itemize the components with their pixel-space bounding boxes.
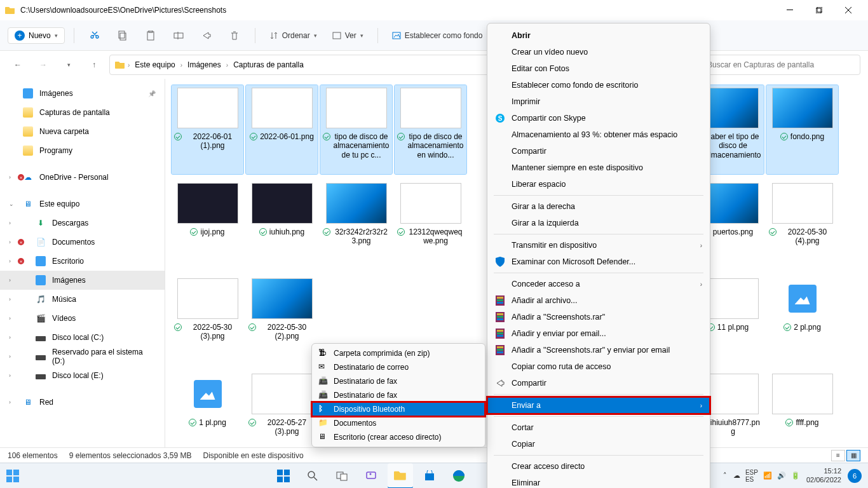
chat-button[interactable]	[358, 463, 384, 489]
sidebar-item-disk-e[interactable]: ›Disco local (E:)	[0, 366, 165, 385]
search-button[interactable]	[300, 463, 325, 489]
menu-item[interactable]: Copiar	[487, 436, 710, 452]
delete-button[interactable]	[223, 24, 246, 47]
new-button[interactable]: + Nuevo ▾	[8, 27, 65, 44]
sidebar-item-programy[interactable]: Programy	[0, 141, 165, 160]
breadcrumb[interactable]: Este equipo	[132, 59, 177, 71]
sidebar-item-network[interactable]: ›🖥Red	[0, 393, 165, 412]
menu-item[interactable]: Almacenamiento al 93 %: obtener más espa…	[487, 126, 710, 143]
menu-item[interactable]: Editar con Fotos	[487, 60, 710, 77]
sidebar-item-onedrive[interactable]: ›×☁OneDrive - Personal	[0, 168, 165, 187]
sidebar-item-videos[interactable]: ›🎬Vídeos	[0, 309, 165, 328]
menu-item[interactable]: Girar a la izquierda	[487, 215, 710, 231]
tray-chevron-icon[interactable]: ˄	[723, 471, 727, 480]
search-input[interactable]	[707, 60, 855, 69]
sidebar-item-disk-c[interactable]: ›Disco local (C:)	[0, 328, 165, 347]
menu-item[interactable]: Compartir	[487, 375, 710, 391]
sidebar-item-newfolder[interactable]: Nueva carpeta	[0, 122, 165, 141]
clock[interactable]: 15:12 02/06/2022	[806, 467, 841, 484]
sidebar-item-downloads[interactable]: ›⬇Descargas	[0, 214, 165, 233]
submenu-item[interactable]: 📠Destinatario de fax	[312, 374, 485, 388]
file-item[interactable]: iuhiuh.png	[246, 180, 318, 269]
menu-item[interactable]: Añadir a "Screenshots.rar"	[487, 309, 710, 325]
sidebar-item-images[interactable]: ›Imágenes	[0, 271, 165, 290]
task-view-button[interactable]	[329, 463, 355, 489]
submenu-item[interactable]: 🖥Escritorio (crear acceso directo)	[312, 430, 485, 444]
file-item[interactable]: 2022-05-30 (3).png	[172, 276, 243, 365]
edge-button[interactable]	[446, 463, 471, 489]
file-item[interactable]: 2022-05-30 (4).png	[766, 180, 838, 269]
submenu-item[interactable]: ✉Destinatario de correo	[312, 360, 485, 374]
cut-button[interactable]	[83, 24, 106, 47]
menu-item[interactable]: Mantener siempre en este dispositivo	[487, 159, 710, 176]
paste-button[interactable]	[139, 24, 162, 47]
file-item[interactable]: 12312qweqweqwe.png	[395, 180, 466, 269]
menu-item[interactable]: Abrir	[487, 27, 710, 44]
onedrive-tray-icon[interactable]: ☁	[733, 471, 740, 480]
battery-icon[interactable]: 🔋	[791, 471, 800, 480]
file-item[interactable]: tipo de disco de almacenamiento en windo…	[395, 85, 466, 174]
menu-item[interactable]: Cortar	[487, 419, 710, 436]
language-indicator[interactable]: ESPES	[745, 469, 758, 483]
search-box[interactable]	[702, 55, 860, 75]
sidebar-item-music[interactable]: ›🎵Música	[0, 290, 165, 309]
file-item[interactable]: fondo.png	[766, 85, 838, 174]
menu-item[interactable]: Transmitir en dispositivo›	[487, 237, 710, 254]
start-button[interactable]	[271, 463, 296, 489]
file-item[interactable]: 2 pl.png	[766, 276, 838, 365]
sidebar-item-screenshots[interactable]: Capturas de pantalla	[0, 103, 165, 122]
file-item[interactable]: 2022-05-30 (2).png	[246, 276, 318, 365]
breadcrumb[interactable]: Imágenes	[185, 59, 224, 71]
close-button[interactable]	[834, 0, 863, 20]
submenu-item[interactable]: ᛒDispositivo Bluetooth	[312, 402, 485, 416]
copy-button[interactable]	[111, 24, 134, 47]
forward-button[interactable]: →	[33, 55, 53, 75]
breadcrumb[interactable]: Capturas de pantalla	[231, 59, 306, 71]
menu-item[interactable]: Copiar como ruta de acceso	[487, 358, 710, 375]
menu-item[interactable]: Añadir a "Screenshots.rar" y enviar por …	[487, 342, 710, 358]
submenu-item[interactable]: 📠Destinatario de fax	[312, 388, 485, 402]
recent-dropdown[interactable]: ▾	[58, 55, 79, 75]
explorer-button[interactable]	[388, 463, 413, 489]
file-item[interactable]: 32r3242r2r32r23.png	[320, 180, 392, 269]
view-details-button[interactable]: ≡	[831, 450, 845, 461]
menu-item[interactable]: Conceder acceso a›	[487, 276, 710, 292]
view-dropdown[interactable]: Ver ▾	[327, 29, 369, 43]
rename-button[interactable]	[167, 24, 190, 47]
share-button[interactable]	[195, 24, 218, 47]
menu-item[interactable]: Imprimir	[487, 93, 710, 110]
sidebar-item-disk-d[interactable]: ›Reservado para el sistema (D:)	[0, 347, 165, 366]
menu-item[interactable]: SCompartir con Skype	[487, 110, 710, 126]
submenu-item[interactable]: 📁Documentos	[312, 416, 485, 430]
menu-item[interactable]: Enviar a›	[487, 397, 710, 414]
wifi-icon[interactable]: 📶	[763, 471, 772, 480]
file-item[interactable]: ffff.png	[766, 371, 838, 447]
file-item[interactable]: 2022-06-01.png	[246, 85, 318, 174]
sidebar-item-thispc[interactable]: ⌄🖥Este equipo	[0, 194, 165, 214]
file-item[interactable]: 2022-05-27 (3).png	[246, 371, 318, 447]
sidebar-item-images-quick[interactable]: Imágenes	[0, 84, 165, 103]
sidebar-item-documents[interactable]: ›×📄Documentos	[0, 233, 165, 252]
menu-item[interactable]: Compartir	[487, 143, 710, 159]
menu-item[interactable]: Examinar con Microsoft Defender...	[487, 254, 710, 270]
menu-item[interactable]: Girar a la derecha	[487, 198, 710, 215]
widgets-button[interactable]	[0, 463, 25, 489]
file-item[interactable]: 1 pl.png	[172, 371, 243, 447]
view-thumbnails-button[interactable]: ▦	[846, 450, 860, 461]
store-button[interactable]	[417, 463, 442, 489]
back-button[interactable]: ←	[8, 55, 28, 75]
menu-item[interactable]: Crear un vídeo nuevo	[487, 44, 710, 60]
menu-item[interactable]: Crear acceso directo	[487, 458, 710, 475]
maximize-button[interactable]	[804, 0, 834, 20]
menu-item[interactable]: Establecer como fondo de escritorio	[487, 77, 710, 93]
system-tray[interactable]: ☁ ESPES 📶 🔊 🔋	[733, 469, 800, 483]
file-item[interactable]: ijoj.png	[172, 180, 243, 269]
minimize-button[interactable]	[775, 0, 804, 20]
background-button[interactable]: Establecer como fondo	[387, 29, 488, 43]
up-button[interactable]: ↑	[84, 55, 104, 75]
menu-item[interactable]: Añadir y enviar por email...	[487, 325, 710, 342]
menu-item[interactable]: Añadir al archivo...	[487, 292, 710, 309]
notification-badge[interactable]: 6	[848, 469, 862, 483]
submenu-item[interactable]: 🗜Carpeta comprimida (en zip)	[312, 346, 485, 360]
file-item[interactable]: tipo de disco de almacenamiento de tu pc…	[320, 85, 392, 174]
